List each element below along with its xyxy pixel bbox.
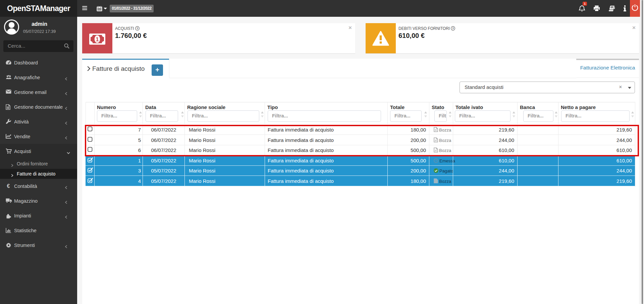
svg-text:?: ? xyxy=(136,27,138,30)
svg-text:?: ? xyxy=(452,27,454,30)
svg-text:€: € xyxy=(7,184,10,189)
svg-text:1: 1 xyxy=(96,36,99,43)
